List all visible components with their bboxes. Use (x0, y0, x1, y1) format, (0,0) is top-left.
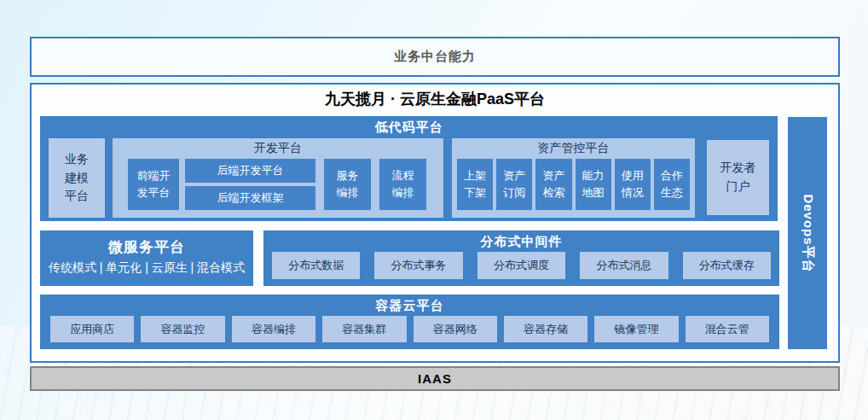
middleware-item-scheduling: 分布式调度 (477, 252, 565, 279)
process-orchestration-box: 流程 编排 (379, 159, 426, 210)
asset-item-subscribe: 资产 订阅 (496, 159, 532, 210)
iaas-bar: IAAS (30, 366, 840, 391)
dev-platform-title: 开发平台 (113, 138, 443, 159)
backend-platform-box: 后端开发平台 (185, 159, 315, 183)
platform-title: 九天揽月 · 云原生金融PaaS平台 (32, 89, 838, 109)
asset-control-items: 上架 下架 资产 订阅 资产 检索 能力 地图 使用 情况 合作 生态 (452, 159, 695, 210)
microservice-platform-title: 微服务平台 (40, 230, 253, 257)
microservice-platform-section: 微服务平台 传统模式 | 单元化 | 云原生 | 混合模式 (40, 230, 253, 286)
dev-platform-items: 前端开 发平台 后端开发平台 后端开发框架 服务 编排 流程 编排 (113, 159, 443, 210)
service-orchestration-box: 服务 编排 (324, 159, 371, 210)
container-cloud-items: 应用商店 容器监控 容器编排 容器集群 容器网络 容器存储 镜像管理 混合云管 (40, 316, 779, 342)
container-item-storage: 容器存储 (504, 316, 587, 342)
devops-platform-bar: Devops平台 (788, 117, 827, 349)
paas-platform-container: 九天揽月 · 云原生金融PaaS平台 低代码平台 业务 建模 平台 开发平台 前… (30, 83, 840, 363)
container-item-monitor: 容器监控 (141, 316, 224, 342)
distributed-middleware-items: 分布式数据 分布式事务 分布式调度 分布式消息 分布式缓存 (263, 252, 779, 279)
asset-item-usage: 使用 情况 (615, 159, 651, 210)
asset-control-panel: 资产管控平台 上架 下架 资产 订阅 资产 检索 能力 地图 使用 情况 合作 … (452, 138, 695, 218)
container-cloud-section: 容器云平台 应用商店 容器监控 容器编排 容器集群 容器网络 容器存储 镜像管理… (40, 295, 779, 349)
container-item-appstore: 应用商店 (50, 316, 134, 342)
iaas-label: IAAS (418, 371, 452, 386)
middleware-item-message: 分布式消息 (580, 252, 668, 279)
asset-item-search: 资产 检索 (535, 159, 571, 210)
asset-item-shelf: 上架 下架 (457, 159, 493, 210)
asset-control-title: 资产管控平台 (452, 138, 695, 159)
dev-platform-panel: 开发平台 前端开 发平台 后端开发平台 后端开发框架 服务 编排 流程 编排 (113, 138, 443, 218)
business-modeling-box: 业务 建模 平台 (49, 138, 105, 218)
middleware-item-cache: 分布式缓存 (683, 252, 771, 279)
container-item-network: 容器网络 (414, 316, 497, 342)
asset-item-ecosystem: 合作 生态 (654, 159, 690, 210)
business-midplatform-label: 业务中台能力 (394, 49, 476, 65)
middleware-item-data: 分布式数据 (272, 252, 360, 279)
lowcode-platform-section: 低代码平台 业务 建模 平台 开发平台 前端开 发平台 后端开发平台 后端开发框… (40, 116, 778, 221)
lowcode-platform-row: 业务 建模 平台 开发平台 前端开 发平台 后端开发平台 后端开发框架 服务 编… (40, 138, 778, 221)
lowcode-platform-title: 低代码平台 (40, 116, 778, 135)
container-item-orchestration: 容器编排 (232, 316, 315, 342)
frontend-dev-box: 前端开 发平台 (128, 159, 179, 210)
distributed-middleware-title: 分布式中间件 (263, 230, 779, 249)
container-item-hybrid: 混合云管 (686, 316, 769, 342)
asset-item-capability-map: 能力 地图 (576, 159, 611, 210)
microservice-modes-label: 传统模式 | 单元化 | 云原生 | 混合模式 (40, 257, 253, 276)
business-midplatform-banner: 业务中台能力 (30, 37, 840, 77)
container-item-cluster: 容器集群 (322, 316, 406, 342)
developer-portal-box: 开发者 门户 (707, 140, 769, 215)
backend-stack: 后端开发平台 后端开发框架 (185, 159, 315, 210)
container-item-image: 镜像管理 (594, 316, 678, 342)
middleware-item-transaction: 分布式事务 (374, 252, 462, 279)
backend-framework-box: 后端开发框架 (185, 186, 315, 210)
container-cloud-title: 容器云平台 (40, 295, 779, 313)
devops-platform-label: Devops平台 (800, 194, 816, 272)
distributed-middleware-section: 分布式中间件 分布式数据 分布式事务 分布式调度 分布式消息 分布式缓存 (263, 230, 779, 286)
